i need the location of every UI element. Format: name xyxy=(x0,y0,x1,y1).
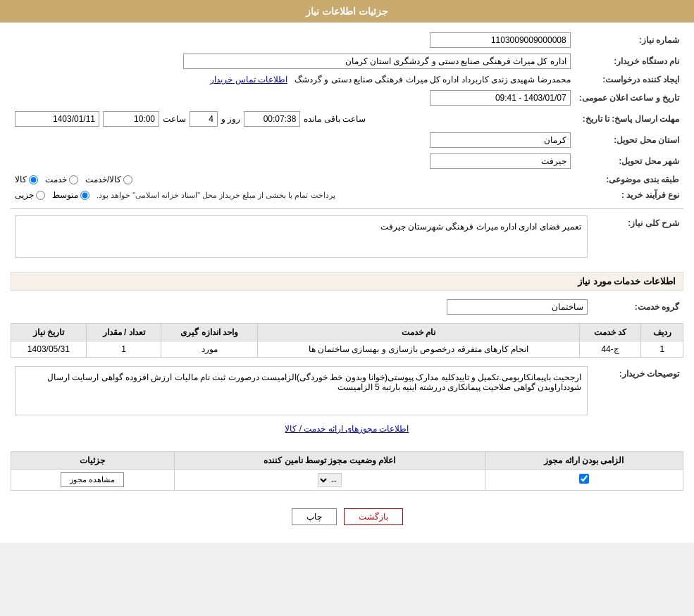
back-button[interactable]: بازگشت xyxy=(344,508,403,525)
services-section-title: اطلاعات خدمات مورد نیاز xyxy=(11,272,683,291)
city-label: شهر محل تحویل: xyxy=(575,151,683,172)
city-row: شهر محل تحویل: جیرفت xyxy=(11,151,683,172)
buyer-notes-text: ارجحیت باپیمانکاربومی.تکمیل و تاییدکلیه … xyxy=(47,372,581,392)
creator-row: ایجاد کننده درخواست: محمدرضا شهیدی زندی … xyxy=(11,72,683,87)
datetime-box: 1403/01/07 - 09:41 xyxy=(430,90,571,106)
buyer-org-value: اداره کل میراث فرهنگی صنایع دستی و گردشگ… xyxy=(11,51,575,72)
deadline-value: ساعت باقی مانده 00:07:38 روز و 4 ساعت 10… xyxy=(11,108,575,130)
need-number-box: 1103009009000008 xyxy=(430,32,571,48)
process-value: پرداخت تمام یا بخشی از مبلغ خریداز محل "… xyxy=(11,187,575,203)
label-khedmat: خدمت xyxy=(45,175,67,184)
service-group-value: ساختمان xyxy=(11,296,592,318)
cell-row-num: 1 xyxy=(641,341,683,358)
category-radio-kala[interactable]: کالا xyxy=(15,175,38,184)
permit-details-cell: مشاهده مجوز xyxy=(11,470,175,491)
main-info-table: شماره نیاز: 1103009009000008 نام دستگاه … xyxy=(11,30,683,203)
radio-kala-khedmat[interactable] xyxy=(123,175,132,184)
print-button[interactable]: چاپ xyxy=(292,508,337,525)
content-area: شماره نیاز: 1103009009000008 نام دستگاه … xyxy=(0,23,694,543)
province-value: کرمان xyxy=(11,130,575,151)
col-quantity: تعداد / مقدار xyxy=(86,324,161,341)
need-desc-row: شرح کلی نیاز: تعمیر فضای اداری اداره میر… xyxy=(11,213,683,266)
col-permit-required: الزامی بودن ارائه مجوز xyxy=(485,452,683,470)
col-date: تاریخ نیاز xyxy=(11,324,87,341)
need-number-row: شماره نیاز: 1103009009000008 xyxy=(11,30,683,51)
date-box: 1403/01/11 xyxy=(15,111,99,127)
service-group-table: گروه خدمت: ساختمان xyxy=(11,296,683,318)
remaining-time: ساعت باقی مانده 00:07:38 روز و 4 ساعت 10… xyxy=(15,111,366,127)
desc-table: شرح کلی نیاز: تعمیر فضای اداری اداره میر… xyxy=(11,213,683,266)
permit-section-link[interactable]: اطلاعات مجوزهای ارائه خدمت / کالا xyxy=(11,424,683,434)
process-label: نوع فرآیند خرید : xyxy=(575,187,683,203)
buyer-org-box: اداره کل میراث فرهنگی صنایع دستی و گردشگ… xyxy=(183,54,571,69)
city-box: جیرفت xyxy=(430,153,571,169)
services-table: ردیف کد خدمت نام خدمت واحد اندازه گیری ت… xyxy=(11,323,683,358)
category-radio-khedmat[interactable]: خدمت xyxy=(45,175,78,184)
service-group-label: گروه خدمت: xyxy=(592,296,683,318)
creator-value: محمدرضا شهیدی زندی کاربرداد اداره کل میر… xyxy=(11,72,575,87)
page-wrapper: جزئیات اطلاعات نیاز شماره نیاز: 11030090… xyxy=(0,0,694,543)
permit-status-select[interactable]: -- xyxy=(318,473,342,487)
days-label: روز و xyxy=(221,114,240,124)
permit-required-cell xyxy=(485,470,683,491)
process-radio-medium[interactable]: متوسط xyxy=(52,190,89,200)
buyer-notes-row: توصیحات خریدار: ارجحیت باپیمانکاربومی.تک… xyxy=(11,363,683,418)
category-label: طبقه بندی موضوعی: xyxy=(575,172,683,187)
col-permit-status: اعلام وضعیت مجوز توسط نامین کننده xyxy=(174,452,485,470)
action-buttons-row: بازگشت چاپ xyxy=(11,498,683,536)
need-desc-value: تعمیر فضای اداری اداره میراث فرهنگی شهرس… xyxy=(11,213,592,266)
col-service-name: نام خدمت xyxy=(258,324,580,341)
deadline-row: مهلت ارسال پاسخ: تا تاریخ: ساعت باقی مان… xyxy=(11,108,683,130)
category-value: کالا/خدمت خدمت کالا xyxy=(11,172,575,187)
province-label: استان محل تحویل: xyxy=(575,130,683,151)
need-number-label: شماره نیاز: xyxy=(575,30,683,51)
col-unit: واحد اندازه گیری xyxy=(161,324,258,341)
need-desc-text: تعمیر فضای اداری اداره میراث فرهنگی شهرس… xyxy=(380,222,581,232)
col-service-code: کد خدمت xyxy=(579,324,641,341)
permit-table: الزامی بودن ارائه مجوز اعلام وضعیت مجوز … xyxy=(11,451,683,491)
permit-table-head: الزامی بودن ارائه مجوز اعلام وضعیت مجوز … xyxy=(11,452,683,470)
cell-unit: مورد xyxy=(161,341,258,358)
city-value: جیرفت xyxy=(11,151,575,172)
province-row: استان محل تحویل: کرمان xyxy=(11,130,683,151)
radio-small[interactable] xyxy=(36,191,45,200)
buyer-notes-box: ارجحیت باپیمانکاربومی.تکمیل و تاییدکلیه … xyxy=(15,366,588,415)
remaining-label: ساعت باقی مانده xyxy=(304,114,366,124)
datetime-label: تاریخ و ساعت اعلان عمومی: xyxy=(575,87,683,108)
services-table-header-row: ردیف کد خدمت نام خدمت واحد اندازه گیری ت… xyxy=(11,324,683,341)
creator-contact-link[interactable]: اطلاعات تماس خریدار xyxy=(210,75,287,84)
days-box: 4 xyxy=(190,111,218,127)
radio-medium[interactable] xyxy=(80,191,89,200)
remaining-box: 00:07:38 xyxy=(244,111,300,127)
label-medium: متوسط xyxy=(52,190,78,200)
table-row: 1 ج-44 انجام کارهای متفرقه درخصوص بازساز… xyxy=(11,341,683,358)
view-permit-button[interactable]: مشاهده مجوز xyxy=(61,472,124,487)
category-radio-group: کالا/خدمت خدمت کالا xyxy=(15,175,571,184)
col-row-num: ردیف xyxy=(641,324,683,341)
services-table-head: ردیف کد خدمت نام خدمت واحد اندازه گیری ت… xyxy=(11,324,683,341)
buyer-org-row: نام دستگاه خریدار: اداره کل میراث فرهنگی… xyxy=(11,51,683,72)
need-desc-label: شرح کلی نیاز: xyxy=(592,213,683,266)
datetime-row: تاریخ و ساعت اعلان عمومی: 1403/01/07 - 0… xyxy=(11,87,683,108)
buyer-notes-table: توصیحات خریدار: ارجحیت باپیمانکاربومی.تک… xyxy=(11,363,683,418)
time-box: 10:00 xyxy=(103,111,159,127)
buyer-notes-value: ارجحیت باپیمانکاربومی.تکمیل و تاییدکلیه … xyxy=(11,363,592,418)
permit-table-body: -- مشاهده مجوز xyxy=(11,470,683,491)
province-box: کرمان xyxy=(430,132,571,148)
cell-service-code: ج-44 xyxy=(579,341,641,358)
buyer-org-label: نام دستگاه خریدار: xyxy=(575,51,683,72)
cell-quantity: 1 xyxy=(86,341,161,358)
permit-required-checkbox[interactable] xyxy=(579,474,589,484)
spacer-1 xyxy=(11,437,683,451)
buyer-notes-label: توصیحات خریدار: xyxy=(592,363,683,418)
radio-khedmat[interactable] xyxy=(69,175,78,184)
process-row: نوع فرآیند خرید : پرداخت تمام یا بخشی از… xyxy=(11,187,683,203)
process-radio-small[interactable]: جزیی xyxy=(15,190,45,200)
need-desc-box: تعمیر فضای اداری اداره میراث فرهنگی شهرس… xyxy=(15,215,588,258)
list-item: -- مشاهده مجوز xyxy=(11,470,683,491)
need-number-value: 1103009009000008 xyxy=(74,30,574,51)
category-radio-kala-khedmat[interactable]: کالا/خدمت xyxy=(85,175,132,184)
page-header: جزئیات اطلاعات نیاز xyxy=(0,0,694,23)
radio-kala[interactable] xyxy=(29,175,38,184)
time-label: ساعت xyxy=(163,114,186,124)
